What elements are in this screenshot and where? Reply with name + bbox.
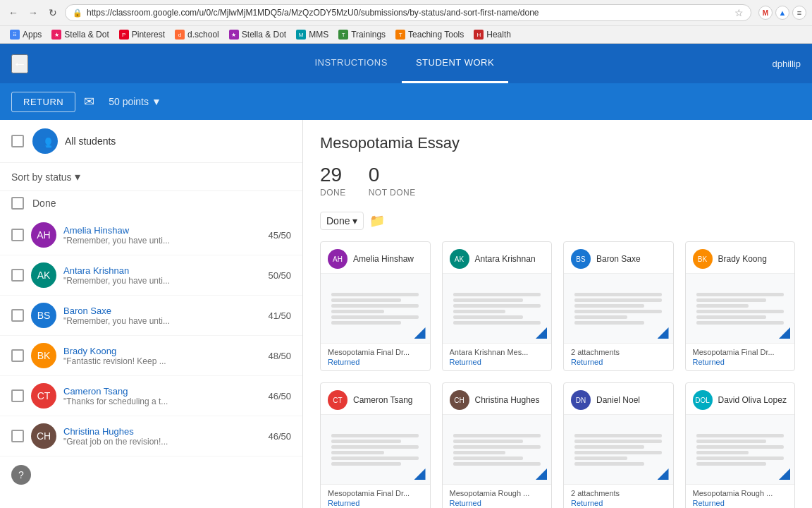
bookmark-star-icon[interactable]: ☆ [734, 7, 744, 18]
card-preview-0 [321, 273, 430, 344]
bookmark-health[interactable]: H Health [469, 28, 515, 41]
bookmark-teaching[interactable]: T Teaching Tools [391, 28, 468, 41]
submission-card-7[interactable]: DOL David Oliva Lopez [685, 382, 796, 508]
student-score-2: 41/50 [268, 310, 291, 321]
sort-dropdown-icon[interactable]: ▾ [75, 170, 80, 183]
reload-button[interactable]: ↻ [45, 5, 61, 20]
points-dropdown-icon[interactable]: ▼ [152, 96, 161, 107]
doc-lines-7 [696, 432, 784, 468]
not-done-label: NOT DONE [369, 188, 416, 198]
submission-card-6[interactable]: DN Daniel Noel 2 attac [563, 382, 674, 508]
doc-line [574, 310, 662, 313]
bookmark-pinterest[interactable]: P Pinterest [115, 28, 169, 41]
doc-line [331, 298, 401, 302]
student-name-0[interactable]: Amelia Hinshaw [63, 225, 129, 236]
doc-line [331, 310, 383, 313]
card-status-0: Returned [328, 358, 423, 366]
student-score-0: 45/50 [268, 230, 291, 241]
card-student-name-0: Amelia Hinshaw [353, 254, 414, 264]
card-preview-7 [686, 414, 795, 485]
nav-instructions[interactable]: INSTRUCTIONS [300, 44, 402, 83]
all-students-row: 👥 All students [0, 120, 302, 163]
card-avatar-7: DOL [693, 390, 713, 410]
doc-line [574, 304, 644, 308]
card-footer-0: Mesopotamia Final Dr... Returned [321, 344, 430, 370]
card-footer-3: Mesopotamia Final Dr... Returned [686, 344, 795, 370]
drive-icon[interactable]: ▲ [775, 6, 789, 20]
bookmark-stella1[interactable]: ★ Stella & Dot [47, 28, 113, 41]
student-checkbox-3[interactable] [11, 349, 24, 362]
student-name-4[interactable]: Cameron Tsang [63, 386, 128, 397]
card-avatar-3: BK [693, 249, 713, 269]
card-initials-7: DOL [693, 390, 713, 410]
address-bar[interactable]: 🔒 https://classroom.google.com/u/0/c/Mjl… [65, 4, 751, 21]
student-avatar-3: BK [31, 343, 56, 368]
back-to-classwork-button[interactable]: ← [11, 54, 28, 73]
student-name-5[interactable]: Christina Hughes [63, 426, 134, 437]
student-name-3[interactable]: Brady Koong [63, 346, 116, 356]
card-preview-1 [443, 273, 552, 344]
bookmark-dschool[interactable]: d d.school [171, 28, 223, 41]
student-initials-1: AK [31, 262, 56, 288]
bookmark-trainings[interactable]: T Trainings [334, 28, 390, 41]
student-row[interactable]: BS Baron Saxe "Remember, you have unti..… [0, 296, 302, 336]
student-name-2[interactable]: Baron Saxe [63, 306, 111, 316]
nav-bar: ← → ↻ 🔒 https://classroom.google.com/u/0… [0, 0, 812, 25]
student-initials-3: BK [31, 343, 56, 368]
extensions-icon[interactable]: ≡ [792, 6, 806, 20]
nav-student-work[interactable]: STUDENT WORK [402, 44, 508, 83]
done-section-label: Done [32, 198, 56, 209]
submission-card-4[interactable]: CT Cameron Tsang Mesop [320, 382, 431, 508]
bookmarks-bar: ⠿ Apps ★ Stella & Dot P Pinterest d d.sc… [0, 25, 812, 43]
card-student-name-3: Brady Koong [718, 254, 767, 264]
student-checkbox-4[interactable] [11, 389, 24, 402]
student-row[interactable]: AK Antara Krishnan "Remember, you have u… [0, 255, 302, 296]
student-row[interactable]: CH Christina Hughes "Great job on the re… [0, 416, 302, 456]
browser-chrome: ← → ↻ 🔒 https://classroom.google.com/u/0… [0, 0, 812, 44]
submission-card-5[interactable]: CH Christina Hughes Me [442, 382, 553, 508]
bookmark-mms[interactable]: M MMS [292, 28, 333, 41]
student-checkbox-2[interactable] [11, 309, 24, 322]
submission-card-1[interactable]: AK Antara Krishnan Ant [442, 241, 553, 371]
done-dropdown[interactable]: Done ▾ [320, 212, 364, 230]
sort-row: Sort by status ▾ [0, 163, 302, 191]
card-filename-5: Mesopotamia Rough ... [450, 489, 545, 497]
student-score-5: 46/50 [268, 431, 291, 442]
bookmark-stella2[interactable]: ★ Stella & Dot [225, 28, 290, 41]
student-checkbox-5[interactable] [11, 430, 24, 442]
doc-lines-3 [696, 291, 784, 327]
doc-line [453, 451, 505, 454]
health-icon: H [474, 30, 484, 40]
card-filename-2: 2 attachments [571, 348, 666, 356]
student-name-1[interactable]: Antara Krishnan [63, 265, 129, 276]
stella-icon: ★ [51, 30, 61, 40]
doc-line [453, 440, 523, 443]
student-checkbox-1[interactable] [11, 269, 24, 282]
doc-line [331, 315, 419, 319]
submission-card-3[interactable]: BK Brady Koong Mesopot [685, 241, 796, 371]
bookmark-apps[interactable]: ⠿ Apps [6, 28, 46, 41]
url-text: https://classroom.google.com/u/0/c/MjlwM… [87, 8, 730, 18]
forward-button[interactable]: → [25, 5, 41, 20]
card-preview-6 [564, 414, 673, 485]
done-section-checkbox[interactable] [11, 197, 24, 210]
return-button[interactable]: RETURN [11, 92, 75, 112]
student-info-4: Cameron Tsang "Thanks for scheduling a t… [63, 386, 262, 406]
submission-card-0[interactable]: AH Amelia Hinshaw Meso [320, 241, 431, 371]
student-checkbox-0[interactable] [11, 229, 24, 241]
back-button[interactable]: ← [6, 5, 21, 20]
student-row[interactable]: CT Cameron Tsang "Thanks for scheduling … [0, 376, 302, 416]
main-content: 👥 All students Sort by status ▾ Done AH … [0, 120, 812, 508]
email-button[interactable]: ✉ [84, 94, 94, 109]
all-students-checkbox[interactable] [11, 135, 24, 147]
folder-icon[interactable]: 📁 [369, 213, 385, 229]
student-row[interactable]: BK Brady Koong "Fantastic revision! Keep… [0, 336, 302, 376]
submission-card-2[interactable]: BS Baron Saxe 2 attach [563, 241, 674, 371]
gmail-icon[interactable]: M [758, 6, 773, 20]
card-header-4: CT Cameron Tsang [321, 383, 430, 414]
help-button[interactable]: ? [11, 465, 31, 485]
done-stat: 29 DONE [320, 164, 346, 198]
card-footer-2: 2 attachments Returned [564, 344, 673, 370]
app-header: ← INSTRUCTIONS STUDENT WORK dphillip [0, 44, 812, 83]
student-row[interactable]: AH Amelia Hinshaw "Remember, you have un… [0, 215, 302, 255]
